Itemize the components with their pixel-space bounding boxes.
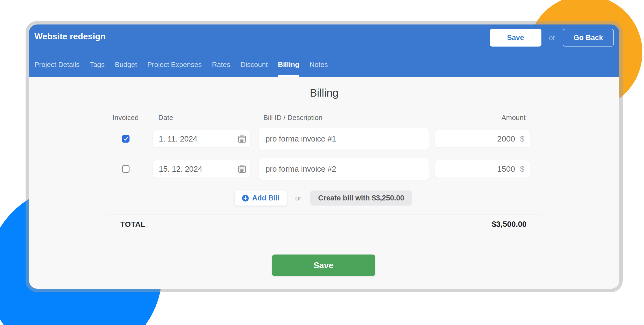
total-label: TOTAL	[120, 220, 145, 229]
go-back-button[interactable]: Go Back	[563, 29, 614, 47]
amount-value: 1500	[497, 164, 515, 174]
description-value: pro forma invoice #1	[265, 135, 336, 143]
header-or-text: or	[549, 34, 555, 42]
currency-symbol: $	[520, 164, 524, 174]
description-input[interactable]: pro forma invoice #1	[259, 128, 429, 150]
date-input[interactable]: 1. 11. 2024	[153, 130, 250, 147]
description-value: pro forma invoice #2	[265, 165, 336, 174]
invoiced-checkbox[interactable]	[122, 135, 130, 143]
plus-circle-icon	[242, 195, 249, 202]
column-invoiced: Invoiced	[113, 114, 139, 122]
calendar-icon[interactable]	[237, 134, 247, 143]
header-save-button[interactable]: Save	[490, 29, 541, 47]
tab-project-details[interactable]: Project Details	[34, 61, 80, 77]
tab-notes[interactable]: Notes	[310, 61, 328, 77]
bill-row: 15. 12. 2024	[105, 158, 542, 180]
bill-row: 1. 11. 2024	[105, 128, 542, 150]
column-description: Bill ID / Description	[259, 114, 323, 122]
add-bill-label: Add Bill	[252, 194, 280, 202]
create-bill-button[interactable]: Create bill with $3,250.00	[310, 190, 412, 206]
total-row: TOTAL $3,500.00	[105, 214, 542, 229]
invoiced-checkbox[interactable]	[122, 165, 130, 173]
add-bill-row: Add Bill or Create bill with $3,250.00	[105, 190, 542, 206]
page-title: Website redesign	[34, 31, 106, 41]
date-value: 15. 12. 2024	[159, 165, 202, 174]
add-or-text: or	[295, 194, 302, 202]
tab-tags[interactable]: Tags	[90, 61, 105, 77]
check-icon	[123, 136, 128, 142]
billing-heading: Billing	[29, 87, 619, 99]
billing-content: Billing Invoiced Date Bill ID / Descript…	[29, 87, 619, 276]
column-header-row: Invoiced Date Bill ID / Description Amou…	[105, 113, 542, 122]
date-value: 1. 11. 2024	[159, 135, 197, 143]
card-header: Website redesign Save or Go Back Project…	[29, 24, 619, 77]
bill-table: Invoiced Date Bill ID / Description Amou…	[105, 113, 542, 276]
save-button-label: Save	[313, 260, 334, 270]
description-input[interactable]: pro forma invoice #2	[259, 158, 429, 180]
header-actions: Save or Go Back	[490, 29, 614, 47]
add-bill-button[interactable]: Add Bill	[235, 190, 287, 206]
header-save-label: Save	[507, 34, 524, 42]
calendar-icon[interactable]	[237, 164, 247, 174]
column-amount: Amount	[435, 113, 530, 122]
tab-rates[interactable]: Rates	[212, 61, 230, 77]
tab-discount[interactable]: Discount	[240, 61, 268, 77]
create-bill-label: Create bill with $3,250.00	[318, 194, 404, 202]
project-card: Website redesign Save or Go Back Project…	[29, 24, 619, 289]
save-button[interactable]: Save	[272, 255, 375, 276]
amount-input[interactable]: 1500 $	[435, 160, 530, 178]
total-value: $3,500.00	[492, 220, 527, 229]
currency-symbol: $	[520, 134, 524, 143]
date-input[interactable]: 15. 12. 2024	[153, 160, 250, 178]
page: Website redesign Save or Go Back Project…	[0, 0, 644, 325]
amount-value: 2000	[497, 134, 515, 143]
tab-billing[interactable]: Billing	[278, 61, 299, 77]
column-date: Date	[153, 114, 173, 122]
tab-bar: Project Details Tags Budget Project Expe…	[34, 61, 328, 77]
go-back-label: Go Back	[573, 34, 603, 42]
amount-input[interactable]: 2000 $	[435, 130, 530, 147]
tab-budget[interactable]: Budget	[115, 61, 137, 77]
tab-project-expenses[interactable]: Project Expenses	[147, 61, 202, 77]
